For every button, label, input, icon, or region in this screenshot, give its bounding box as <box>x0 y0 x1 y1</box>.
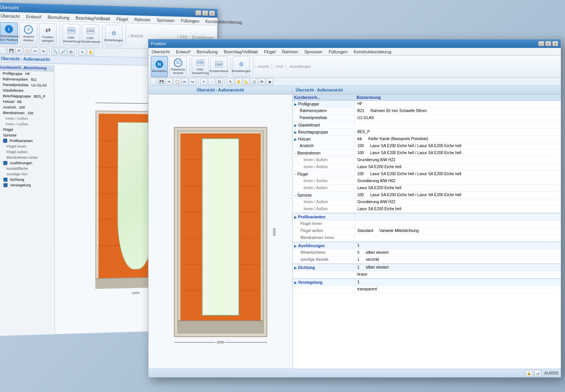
front-prop-winkel[interactable]: Winkelschiene 5 silber eloxiert <box>293 250 561 257</box>
front-prop-dichtung-sub[interactable]: braun <box>293 271 561 278</box>
back-sec-btn-zoom-in[interactable]: 🔍 <box>51 47 59 55</box>
back-sec-btn-fit[interactable]: ⊡ <box>67 48 74 55</box>
front-prop-beschlag[interactable]: ▶ Beschlagsgruppe BES_P <box>293 129 561 136</box>
front-sec-new[interactable]: 📄 <box>150 78 157 85</box>
front-sec-paste[interactable]: 📋 <box>173 78 180 85</box>
front-menu-ubersicht[interactable]: Übersicht <box>150 49 171 55</box>
back-tree-ausfuhrungen[interactable]: – Ausführungen <box>0 160 54 166</box>
back-maximize-btn[interactable]: □ <box>202 10 208 16</box>
front-sec-fit[interactable]: ⊡ <box>216 78 223 85</box>
back-tree-sprosse[interactable]: Sprosse <box>0 132 54 138</box>
front-prop-paneel[interactable]: Paneelpreisliste U1-GLAS <box>293 115 561 122</box>
status-icon-1[interactable]: 🔒 <box>526 370 533 377</box>
back-sec-btn-5[interactable]: ↩ <box>32 47 39 54</box>
back-tree-flugel-aussen[interactable]: Flügel außen <box>0 149 54 155</box>
back-sec-btn-pan[interactable]: ✋ <box>87 48 94 56</box>
front-sec-more3[interactable]: ◈ <box>266 78 273 85</box>
front-prop-sprosse-sub1[interactable]: Innen / Außen Grundierung AIW H22 <box>293 199 561 206</box>
back-menu-sprossen[interactable]: Sprossen <box>155 17 176 24</box>
front-prop-rahmensystem[interactable]: Rahmensystem B21 Rahmen 82 mm Schwelle 5… <box>293 108 561 115</box>
back-tree-versiegelung[interactable]: – Versiegelung <box>0 182 54 188</box>
front-sec-redo[interactable]: ↪ <box>189 78 196 85</box>
back-tree-innen-aussen-2[interactable]: Innen / Außen <box>0 121 54 127</box>
front-close-btn[interactable]: × <box>552 41 558 46</box>
back-menu-bemassung[interactable]: Bemußung <box>46 14 71 21</box>
front-prop-sonstige[interactable]: sonstige Aluteile 1 verzinkt <box>293 257 561 264</box>
front-normalize-btn[interactable]: N Normieren <box>151 56 168 77</box>
front-prop-glas[interactable]: ▶ Glaslieferant <box>293 122 561 129</box>
front-menu-fullungen[interactable]: Füllungen <box>327 49 349 55</box>
front-cad-sketch-btn[interactable]: CAD Fensterskizze <box>210 56 228 77</box>
front-menu-bemassung[interactable]: Bemußung <box>195 49 219 55</box>
back-cad-eval-btn[interactable]: CAD CAD-Auswertung <box>63 23 80 46</box>
versiegelung-expand[interactable]: – <box>4 183 7 187</box>
back-tree-blendrahmen[interactable]: Blendrahmen 100 <box>0 110 54 116</box>
front-prop-flugel-aussen-sub[interactable]: Flügel außen Standard Variante Mitteldic… <box>293 228 561 235</box>
front-prop-versieg-sub[interactable]: transparent <box>293 286 561 293</box>
back-tree-flugel[interactable]: Flügel <box>0 127 54 133</box>
front-menu-beschlag[interactable]: Beschlag/Vollblatt <box>222 49 260 55</box>
front-prop-profilgruppe[interactable]: ▶ Profilgruppe HF <box>293 101 561 108</box>
back-minimize-btn[interactable]: – <box>195 10 201 16</box>
front-prop-holzart[interactable]: ▶ Holzart kik Kiefer Kante (Basispreis P… <box>293 136 561 143</box>
dichtung-expand[interactable]: – <box>4 178 7 181</box>
back-tree-kontaktfläche[interactable]: kontaktfläche <box>0 166 54 171</box>
back-menu-rahmen[interactable]: Rahmen <box>133 16 152 23</box>
front-prop-blendrahmen[interactable]: – Blendrahmen 100 Lasur SA E200 Eiche he… <box>293 150 561 157</box>
front-prop-profilvarianten[interactable]: ▶ Profilvarianten <box>293 214 561 221</box>
back-sec-btn-zoom-out[interactable]: 🔎 <box>60 48 67 55</box>
front-menu-entwurf[interactable]: Entwurf <box>174 49 192 55</box>
back-info-btn[interactable]: i Informationenzur Position <box>0 22 18 44</box>
back-menu-fullungen[interactable]: Füllungen <box>179 17 201 24</box>
back-menu-beschlag[interactable]: Beschlag/Vollblatt <box>74 14 111 22</box>
front-menu-flugel[interactable]: Flügel <box>262 49 277 55</box>
back-menu-entwurf[interactable]: Entwurf <box>25 13 43 20</box>
front-prop-flugel-innen1[interactable]: Innen / Außen Grundierung AIW H02 <box>293 178 561 185</box>
front-prop-blend-innen1[interactable]: Innen / Außen Grundierung AIW H22 <box>293 157 561 164</box>
front-menu-rahmen[interactable]: Rahmen <box>280 49 300 55</box>
front-minimize-btn[interactable]: – <box>538 41 544 46</box>
back-tree-dichtung[interactable]: – Dichtung <box>0 177 54 182</box>
front-maximize-btn[interactable]: □ <box>545 41 551 46</box>
front-prop-dichtung[interactable]: ▶ Dichtung 1 silber eloxiert <box>293 264 561 271</box>
back-mirror-btn[interactable]: ⇄ Positionspiegeln <box>39 23 57 45</box>
back-tree-holzart[interactable]: Holzart kik <box>0 99 54 105</box>
ausfuhrungen-expand[interactable]: – <box>3 161 7 165</box>
front-settings-btn[interactable]: ⚙ Einstellungen <box>233 56 250 77</box>
back-tree-sonstige[interactable]: sonstige Aluт <box>0 171 54 177</box>
front-prop-versieg[interactable]: ▶ Versiegelung 1 <box>293 279 561 286</box>
front-sec-zoom-out[interactable]: - <box>208 78 215 85</box>
front-sec-cut[interactable]: ✂ <box>166 78 173 85</box>
back-tree-beschlagsgruppe[interactable]: Beschlagsgruppe BES_P <box>0 93 54 99</box>
front-sec-measure[interactable]: 📐 <box>243 78 250 85</box>
front-menu-sprossen[interactable]: Sprossen <box>303 49 324 55</box>
back-tree-flugel-innen[interactable]: Flügel Innen <box>0 144 54 149</box>
back-menu-konstruktion[interactable]: Konstruktionsbezug <box>204 18 244 25</box>
back-rotate-btn[interactable]: ↺ Ansichtdrehen <box>19 22 37 44</box>
back-sec-btn-4[interactable]: 📋 <box>24 47 31 54</box>
back-settings-btn[interactable]: ⚙ Einstellungen <box>105 25 122 46</box>
back-menu-flugel[interactable]: Flügel <box>115 16 129 22</box>
front-menu-konstruktion[interactable]: Konstruktionsbezug <box>352 49 393 55</box>
back-tree-blendrahmen-innen[interactable]: Blendrahmen innen <box>0 155 54 160</box>
front-prop-flugel-innen-sub[interactable]: Flügel Innen <box>293 221 561 228</box>
front-sec-zoom-in[interactable]: + <box>200 78 207 85</box>
front-sec-pan[interactable]: ✋ <box>235 78 242 85</box>
front-sec-undo[interactable]: ↩ <box>181 78 188 85</box>
front-prop-flugel-innen2[interactable]: Innen / Außen Lasur SA E200 Eiche hell <box>293 185 561 192</box>
profilvarianten-expand[interactable]: – <box>3 139 7 142</box>
back-sec-btn-select[interactable]: ↖ <box>79 48 86 56</box>
back-sec-btn-1[interactable]: 📄 <box>0 46 7 54</box>
back-tree-anstrich[interactable]: Anstrich 100 <box>0 104 54 111</box>
back-cad-sketch-btn[interactable]: CAD CAD-Fensterskizze <box>82 24 99 46</box>
front-sec-save[interactable]: 💾 <box>158 78 165 85</box>
back-tree-innen-aussen-1[interactable]: Innen / Außen <box>0 116 54 122</box>
front-cad-eval-btn[interactable]: CAD CAD-Auswertung <box>192 56 209 77</box>
back-close-btn[interactable]: × <box>209 11 215 16</box>
front-prop-blend-innen2[interactable]: Innen / Außen Lasur SA E200 Eiche hell <box>293 164 561 171</box>
status-icon-2[interactable]: 📊 <box>534 370 541 377</box>
front-prop-flugel[interactable]: – Flügel 100 Lasur SA E200 Eiche hell / … <box>293 171 561 178</box>
front-sec-more1[interactable]: ◻ <box>251 78 258 85</box>
back-sec-btn-6[interactable]: ↪ <box>40 47 47 55</box>
front-plastic-btn[interactable]: 3D PlastischeAnsicht <box>170 56 187 77</box>
